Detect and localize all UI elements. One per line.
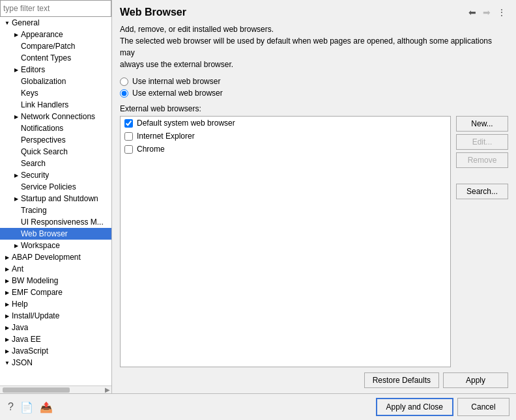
horizontal-scrollbar[interactable]: ▶ — [0, 385, 111, 393]
tree-arrow-network-connections: ▶ — [12, 114, 21, 120]
dialog-footer: ? 📄 📤 Apply and Close Cancel — [0, 393, 516, 420]
tree-label-general: General — [12, 18, 40, 27]
tree-arrow-java-ee: ▶ — [3, 337, 12, 343]
tree-label-java-ee: Java EE — [12, 335, 41, 344]
tree-item-content-types[interactable]: Content Types — [0, 52, 111, 64]
tree-label-perspectives: Perspectives — [21, 135, 66, 145]
radio-internal[interactable] — [120, 77, 128, 86]
radio-external[interactable] — [120, 89, 128, 98]
search-button[interactable]: Search... — [456, 184, 508, 199]
desc-line2: The selected web browser will be used by… — [120, 35, 508, 59]
description: Add, remove, or edit installed web brows… — [120, 23, 508, 70]
tree-container[interactable]: ▼General▶AppearanceCompare/PatchContent … — [0, 17, 111, 385]
browser-item-2[interactable]: Chrome — [121, 143, 450, 156]
tree-item-bw-modeling[interactable]: ▶BW Modeling — [0, 275, 111, 287]
tree-item-keys[interactable]: Keys — [0, 87, 111, 99]
tree-label-ant: Ant — [12, 264, 23, 273]
tree-arrow-help: ▶ — [3, 301, 12, 307]
tree-label-json: JSON — [12, 358, 33, 367]
tree-label-network-connections: Network Connections — [21, 112, 95, 121]
tree-item-security[interactable]: ▶Security — [0, 169, 111, 181]
tree-label-bw-modeling: BW Modeling — [12, 276, 58, 285]
tree-item-editors[interactable]: ▶Editors — [0, 64, 111, 76]
tree-item-ant[interactable]: ▶Ant — [0, 263, 111, 275]
footer-buttons: Apply and Close Cancel — [376, 398, 509, 416]
tree-label-tracing: Tracing — [21, 206, 47, 215]
tree-item-appearance[interactable]: ▶Appearance — [0, 29, 111, 40]
tree-label-link-handlers: Link Handlers — [21, 100, 68, 109]
tree-item-quick-search[interactable]: Quick Search — [0, 146, 111, 158]
filter-input[interactable] — [0, 0, 111, 17]
tree-item-emf-compare[interactable]: ▶EMF Compare — [0, 287, 111, 298]
tree-arrow-startup-shutdown: ▶ — [12, 196, 21, 202]
apply-close-button[interactable]: Apply and Close — [376, 398, 453, 416]
new-button[interactable]: New... — [456, 116, 508, 132]
tree-item-json[interactable]: ▼JSON — [0, 357, 111, 369]
browser-type-radio-group: Use internal web browser Use external we… — [120, 77, 508, 98]
apply-button[interactable]: Apply — [443, 372, 508, 388]
browser-checkbox-2[interactable] — [124, 145, 133, 154]
tree-item-install-update[interactable]: ▶Install/Update — [0, 310, 111, 322]
menu-button[interactable]: ⋮ — [495, 7, 508, 18]
external-label: External web browsers: — [120, 104, 508, 113]
page-title-bar: Web Browser ⬅ ➡ ⋮ — [120, 7, 508, 18]
tree-label-emf-compare: EMF Compare — [12, 288, 63, 297]
side-buttons: New... Edit... Remove Search... — [456, 116, 508, 367]
browser-list[interactable]: Default system web browserInternet Explo… — [120, 116, 451, 367]
tree-label-notifications: Notifications — [21, 124, 63, 133]
tree-item-java[interactable]: ▶Java — [0, 322, 111, 333]
remove-button[interactable]: Remove — [456, 152, 508, 168]
export-icon[interactable]: 📤 — [38, 400, 54, 415]
tree-item-compare-patch[interactable]: Compare/Patch — [0, 40, 111, 52]
tree-item-network-connections[interactable]: ▶Network Connections — [0, 111, 111, 122]
tree-item-general[interactable]: ▼General — [0, 17, 111, 29]
help-icon[interactable]: ? — [7, 400, 15, 414]
cancel-button[interactable]: Cancel — [457, 398, 509, 416]
nav-forward-button[interactable]: ➡ — [481, 7, 493, 18]
restore-defaults-button[interactable]: Restore Defaults — [364, 372, 439, 388]
tree-item-search[interactable]: Search — [0, 158, 111, 169]
tree-label-quick-search: Quick Search — [21, 147, 68, 156]
tree-item-javascript[interactable]: ▶JavaScript — [0, 345, 111, 357]
nav-back-button[interactable]: ⬅ — [466, 7, 478, 18]
tree-item-notifications[interactable]: Notifications — [0, 122, 111, 134]
tree-arrow-java: ▶ — [3, 325, 12, 331]
tree-label-globalization: Globalization — [21, 77, 66, 86]
tree-item-web-browser[interactable]: Web Browser — [0, 228, 111, 240]
tree-item-java-ee[interactable]: ▶Java EE — [0, 333, 111, 345]
tree-arrow-install-update: ▶ — [3, 313, 12, 319]
title-icons: ⬅ ➡ ⋮ — [466, 7, 508, 18]
tree-label-appearance: Appearance — [21, 30, 63, 39]
tree-item-abap-dev[interactable]: ▶ABAP Development — [0, 251, 111, 263]
footer-icons: ? 📄 📤 — [7, 400, 54, 415]
tree-item-startup-shutdown[interactable]: ▶Startup and Shutdown — [0, 193, 111, 204]
tree-item-service-policies[interactable]: Service Policies — [0, 181, 111, 193]
tree-arrow-bw-modeling: ▶ — [3, 278, 12, 284]
tree-label-help: Help — [12, 300, 28, 309]
tree-label-install-update: Install/Update — [12, 311, 59, 320]
tree-arrow-ant: ▶ — [3, 266, 12, 272]
browser-checkbox-1[interactable] — [124, 132, 133, 141]
tree-label-compare-patch: Compare/Patch — [21, 42, 75, 51]
edit-button[interactable]: Edit... — [456, 134, 508, 150]
tree-label-workspace: Workspace — [21, 241, 60, 250]
browser-item-1[interactable]: Internet Explorer — [121, 130, 450, 143]
bookmark-icon[interactable]: 📄 — [19, 400, 35, 415]
tree-item-globalization[interactable]: Globalization — [0, 76, 111, 87]
tree-item-help[interactable]: ▶Help — [0, 298, 111, 310]
browser-checkbox-0[interactable] — [124, 119, 133, 128]
tree-item-perspectives[interactable]: Perspectives — [0, 134, 111, 146]
tree-item-link-handlers[interactable]: Link Handlers — [0, 99, 111, 111]
browser-item-0[interactable]: Default system web browser — [121, 117, 450, 130]
tree-label-content-types: Content Types — [21, 53, 71, 63]
tree-arrow-appearance: ▶ — [12, 32, 21, 38]
left-panel: ▼General▶AppearanceCompare/PatchContent … — [0, 0, 112, 393]
tree-item-workspace[interactable]: ▶Workspace — [0, 240, 111, 251]
radio-internal-text: Use internal web browser — [132, 77, 220, 86]
radio-external-label[interactable]: Use external web browser — [120, 89, 508, 98]
radio-internal-label[interactable]: Use internal web browser — [120, 77, 508, 86]
right-panel: Web Browser ⬅ ➡ ⋮ Add, remove, or edit i… — [112, 0, 516, 393]
tree-item-ui-responsiveness[interactable]: UI Responsiveness M... — [0, 216, 111, 228]
tree-label-web-browser: Web Browser — [21, 229, 68, 238]
tree-item-tracing[interactable]: Tracing — [0, 204, 111, 216]
